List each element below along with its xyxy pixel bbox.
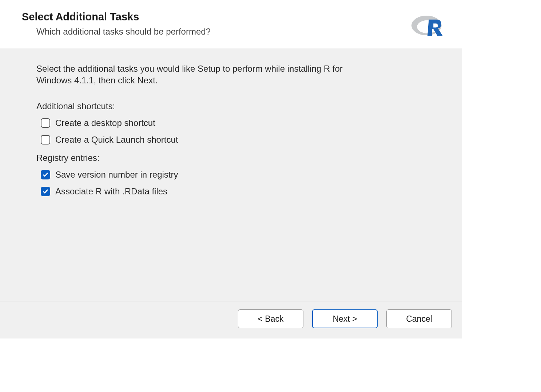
checkbox-label: Save version number in registry <box>55 170 178 180</box>
group-registry-label: Registry entries: <box>36 153 426 163</box>
header-text: Select Additional Tasks Which additional… <box>22 11 411 37</box>
wizard-header: Select Additional Tasks Which additional… <box>0 0 462 48</box>
wizard-body: Select the additional tasks you would li… <box>0 48 462 301</box>
checkbox-desktop-shortcut[interactable]: Create a desktop shortcut <box>41 118 426 128</box>
instruction-text: Select the additional tasks you would li… <box>36 63 357 87</box>
checkbox-associate-rdata[interactable]: Associate R with .RData files <box>41 186 426 197</box>
checkbox-label: Associate R with .RData files <box>55 186 167 197</box>
wizard-footer: < Back Next > Cancel <box>0 301 462 338</box>
checkbox-box-icon <box>41 187 50 196</box>
page-title: Select Additional Tasks <box>22 11 411 23</box>
checkbox-box-icon <box>41 118 50 128</box>
page-subtitle: Which additional tasks should be perform… <box>36 27 411 37</box>
back-button[interactable]: < Back <box>238 309 303 328</box>
checkbox-box-icon <box>41 135 50 144</box>
checkbox-quick-launch-shortcut[interactable]: Create a Quick Launch shortcut <box>41 135 426 145</box>
checkbox-label: Create a desktop shortcut <box>55 118 155 128</box>
group-shortcuts-label: Additional shortcuts: <box>36 101 426 111</box>
next-button[interactable]: Next > <box>312 309 378 328</box>
checkbox-save-version-registry[interactable]: Save version number in registry <box>41 170 426 180</box>
cancel-button[interactable]: Cancel <box>386 309 452 328</box>
checkbox-label: Create a Quick Launch shortcut <box>55 135 178 145</box>
r-logo-icon <box>411 12 444 40</box>
installer-wizard-window: Select Additional Tasks Which additional… <box>0 0 462 338</box>
checkbox-box-icon <box>41 170 50 179</box>
